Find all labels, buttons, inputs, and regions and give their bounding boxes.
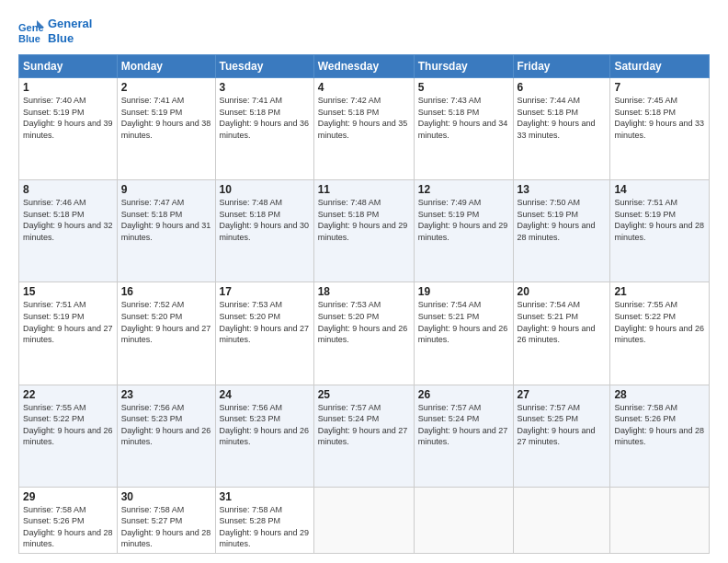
day-number: 1	[23, 81, 113, 94]
day-info: Sunrise: 7:53 AMSunset: 5:20 PMDaylight:…	[220, 299, 310, 345]
day-number: 10	[220, 183, 310, 196]
day-info: Sunrise: 7:50 AMSunset: 5:19 PMDaylight:…	[518, 197, 607, 243]
svg-text:Blue: Blue	[18, 33, 40, 44]
day-number: 20	[518, 285, 607, 298]
day-info: Sunrise: 7:56 AMSunset: 5:23 PMDaylight:…	[121, 402, 211, 448]
day-info: Sunrise: 7:52 AMSunset: 5:20 PMDaylight:…	[121, 299, 211, 345]
day-number: 25	[318, 388, 410, 401]
day-cell-18: 18Sunrise: 7:53 AMSunset: 5:20 PMDayligh…	[313, 282, 414, 385]
day-number: 13	[518, 183, 607, 196]
logo-text: General Blue	[48, 17, 92, 45]
day-number: 7	[614, 81, 705, 94]
day-number: 24	[220, 388, 310, 401]
day-number: 5	[418, 81, 509, 94]
empty-cell	[414, 487, 513, 553]
day-info: Sunrise: 7:48 AMSunset: 5:18 PMDaylight:…	[220, 197, 310, 243]
day-cell-1: 1Sunrise: 7:40 AMSunset: 5:19 PMDaylight…	[19, 78, 118, 180]
col-header-friday: Friday	[513, 55, 610, 78]
day-info: Sunrise: 7:47 AMSunset: 5:18 PMDaylight:…	[121, 197, 211, 243]
day-info: Sunrise: 7:48 AMSunset: 5:18 PMDaylight:…	[318, 197, 410, 243]
day-cell-7: 7Sunrise: 7:45 AMSunset: 5:18 PMDaylight…	[610, 78, 710, 180]
day-number: 28	[614, 388, 705, 401]
calendar-table: SundayMondayTuesdayWednesdayThursdayFrid…	[18, 54, 710, 554]
day-info: Sunrise: 7:45 AMSunset: 5:18 PMDaylight:…	[614, 95, 705, 141]
day-number: 2	[121, 81, 211, 94]
day-cell-21: 21Sunrise: 7:55 AMSunset: 5:22 PMDayligh…	[610, 282, 710, 385]
day-info: Sunrise: 7:41 AMSunset: 5:18 PMDaylight:…	[220, 95, 310, 141]
day-cell-13: 13Sunrise: 7:50 AMSunset: 5:19 PMDayligh…	[513, 180, 610, 282]
day-info: Sunrise: 7:40 AMSunset: 5:19 PMDaylight:…	[23, 95, 113, 141]
day-info: Sunrise: 7:55 AMSunset: 5:22 PMDaylight:…	[23, 402, 113, 448]
day-info: Sunrise: 7:54 AMSunset: 5:21 PMDaylight:…	[418, 299, 509, 345]
day-number: 23	[121, 388, 211, 401]
day-info: Sunrise: 7:42 AMSunset: 5:18 PMDaylight:…	[318, 95, 410, 141]
empty-cell	[513, 487, 610, 553]
day-info: Sunrise: 7:44 AMSunset: 5:18 PMDaylight:…	[518, 95, 607, 141]
day-info: Sunrise: 7:57 AMSunset: 5:24 PMDaylight:…	[418, 402, 509, 448]
header: General Blue General Blue	[18, 17, 710, 45]
day-number: 21	[614, 285, 705, 298]
day-number: 29	[23, 490, 113, 503]
col-header-thursday: Thursday	[414, 55, 513, 78]
logo-icon: General Blue	[18, 18, 44, 44]
day-cell-2: 2Sunrise: 7:41 AMSunset: 5:19 PMDaylight…	[117, 78, 215, 180]
day-cell-20: 20Sunrise: 7:54 AMSunset: 5:21 PMDayligh…	[513, 282, 610, 385]
day-cell-6: 6Sunrise: 7:44 AMSunset: 5:18 PMDaylight…	[513, 78, 610, 180]
day-cell-10: 10Sunrise: 7:48 AMSunset: 5:18 PMDayligh…	[215, 180, 313, 282]
day-cell-12: 12Sunrise: 7:49 AMSunset: 5:19 PMDayligh…	[414, 180, 513, 282]
day-number: 6	[518, 81, 607, 94]
day-info: Sunrise: 7:58 AMSunset: 5:26 PMDaylight:…	[23, 504, 113, 550]
day-cell-14: 14Sunrise: 7:51 AMSunset: 5:19 PMDayligh…	[610, 180, 710, 282]
col-header-tuesday: Tuesday	[215, 55, 313, 78]
day-cell-17: 17Sunrise: 7:53 AMSunset: 5:20 PMDayligh…	[215, 282, 313, 385]
day-info: Sunrise: 7:41 AMSunset: 5:19 PMDaylight:…	[121, 95, 211, 141]
day-cell-3: 3Sunrise: 7:41 AMSunset: 5:18 PMDaylight…	[215, 78, 313, 180]
day-cell-25: 25Sunrise: 7:57 AMSunset: 5:24 PMDayligh…	[313, 385, 414, 487]
day-cell-8: 8Sunrise: 7:46 AMSunset: 5:18 PMDaylight…	[19, 180, 118, 282]
day-info: Sunrise: 7:57 AMSunset: 5:25 PMDaylight:…	[518, 402, 607, 448]
day-number: 8	[23, 183, 113, 196]
day-number: 12	[418, 183, 509, 196]
day-info: Sunrise: 7:54 AMSunset: 5:21 PMDaylight:…	[518, 299, 607, 345]
col-header-saturday: Saturday	[610, 55, 710, 78]
day-number: 17	[220, 285, 310, 298]
day-number: 14	[614, 183, 705, 196]
day-cell-19: 19Sunrise: 7:54 AMSunset: 5:21 PMDayligh…	[414, 282, 513, 385]
day-info: Sunrise: 7:53 AMSunset: 5:20 PMDaylight:…	[318, 299, 410, 345]
day-info: Sunrise: 7:51 AMSunset: 5:19 PMDaylight:…	[614, 197, 705, 243]
day-cell-23: 23Sunrise: 7:56 AMSunset: 5:23 PMDayligh…	[117, 385, 215, 487]
day-cell-11: 11Sunrise: 7:48 AMSunset: 5:18 PMDayligh…	[313, 180, 414, 282]
col-header-wednesday: Wednesday	[313, 55, 414, 78]
day-cell-28: 28Sunrise: 7:58 AMSunset: 5:26 PMDayligh…	[610, 385, 710, 487]
day-number: 26	[418, 388, 509, 401]
day-number: 22	[23, 388, 113, 401]
day-number: 19	[418, 285, 509, 298]
day-cell-15: 15Sunrise: 7:51 AMSunset: 5:19 PMDayligh…	[19, 282, 118, 385]
day-info: Sunrise: 7:55 AMSunset: 5:22 PMDaylight:…	[614, 299, 705, 345]
empty-cell	[610, 487, 710, 553]
day-info: Sunrise: 7:46 AMSunset: 5:18 PMDaylight:…	[23, 197, 113, 243]
day-number: 31	[220, 490, 310, 503]
page: General Blue General Blue SundayMondayTu…	[0, 0, 728, 563]
day-info: Sunrise: 7:57 AMSunset: 5:24 PMDaylight:…	[318, 402, 410, 448]
day-cell-29: 29Sunrise: 7:58 AMSunset: 5:26 PMDayligh…	[19, 487, 118, 553]
day-cell-22: 22Sunrise: 7:55 AMSunset: 5:22 PMDayligh…	[19, 385, 118, 487]
day-number: 18	[318, 285, 410, 298]
day-number: 3	[220, 81, 310, 94]
empty-cell	[313, 487, 414, 553]
day-number: 16	[121, 285, 211, 298]
day-cell-9: 9Sunrise: 7:47 AMSunset: 5:18 PMDaylight…	[117, 180, 215, 282]
day-number: 4	[318, 81, 410, 94]
day-number: 15	[23, 285, 113, 298]
day-cell-26: 26Sunrise: 7:57 AMSunset: 5:24 PMDayligh…	[414, 385, 513, 487]
logo: General Blue General Blue	[18, 17, 92, 45]
day-number: 11	[318, 183, 410, 196]
day-cell-27: 27Sunrise: 7:57 AMSunset: 5:25 PMDayligh…	[513, 385, 610, 487]
day-cell-5: 5Sunrise: 7:43 AMSunset: 5:18 PMDaylight…	[414, 78, 513, 180]
day-number: 30	[121, 490, 211, 503]
col-header-monday: Monday	[117, 55, 215, 78]
day-info: Sunrise: 7:51 AMSunset: 5:19 PMDaylight:…	[23, 299, 113, 345]
day-info: Sunrise: 7:58 AMSunset: 5:27 PMDaylight:…	[121, 504, 211, 550]
day-number: 9	[121, 183, 211, 196]
day-cell-4: 4Sunrise: 7:42 AMSunset: 5:18 PMDaylight…	[313, 78, 414, 180]
